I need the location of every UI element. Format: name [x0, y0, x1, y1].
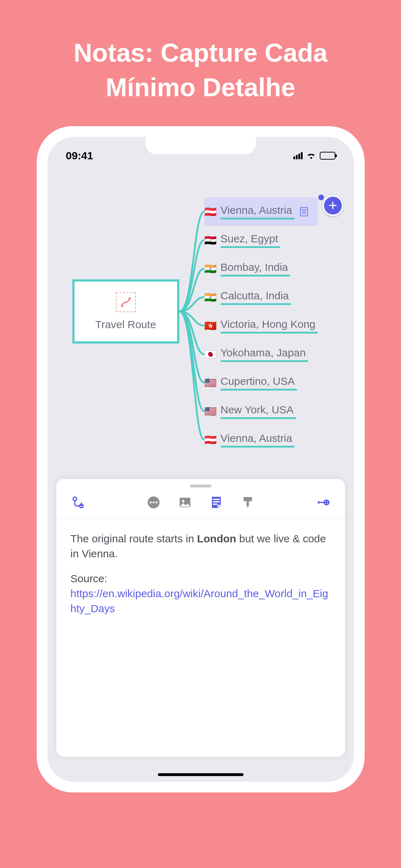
route-icon: [116, 292, 136, 312]
selection-dot-icon: [318, 195, 324, 200]
note-source: Source: https://en.wikipedia.org/wiki/Ar…: [71, 571, 331, 616]
status-time: 09:41: [66, 150, 93, 162]
flag-icon: 🇦🇹: [204, 206, 217, 218]
notes-panel: The original route starts in London but …: [56, 479, 345, 757]
mindmap-canvas[interactable]: Travel Route 🇦🇹Vienna, Austria+🇪🇬Suez, E…: [47, 165, 354, 461]
child-node[interactable]: 🇺🇸New York, USA: [204, 397, 318, 425]
flag-icon: 🇮🇳: [204, 291, 217, 303]
home-indicator[interactable]: [158, 773, 243, 776]
panel-grabber[interactable]: [190, 485, 211, 487]
promo-heading: Notas: Capture Cada Mínimo Detalhe: [0, 0, 401, 126]
svg-point-9: [182, 500, 184, 503]
root-label: Travel Route: [95, 319, 156, 331]
note-content[interactable]: The original route starts in London but …: [56, 518, 345, 639]
image-icon[interactable]: [177, 495, 193, 510]
child-label: Cupertino, USA: [221, 375, 297, 391]
note-source-link[interactable]: https://en.wikipedia.org/wiki/Around_the…: [71, 588, 328, 614]
root-node[interactable]: Travel Route: [72, 279, 179, 343]
child-node[interactable]: 🇦🇹Vienna, Austria+: [204, 197, 318, 226]
flag-icon: 🇭🇰: [204, 320, 217, 332]
svg-point-0: [121, 305, 123, 307]
flag-icon: 🇺🇸: [204, 377, 217, 389]
flag-icon: 🇮🇳: [204, 263, 217, 275]
panel-toolbar: [56, 491, 345, 518]
notch: [145, 137, 256, 154]
child-node[interactable]: 🇭🇰Victoria, Hong Kong: [204, 311, 318, 340]
link-node-icon[interactable]: [315, 495, 331, 510]
child-node[interactable]: 🇦🇹Vienna, Austria: [204, 425, 318, 454]
child-label: Vienna, Austria: [221, 432, 294, 448]
child-node[interactable]: 🇪🇬Suez, Egypt: [204, 226, 318, 254]
svg-point-1: [128, 298, 130, 300]
note-badge-icon: [300, 207, 308, 216]
svg-point-5: [150, 502, 151, 503]
svg-point-10: [318, 501, 320, 504]
phone-screen: 09:41: [47, 137, 354, 782]
style-brush-icon[interactable]: [240, 495, 256, 510]
cellular-signal-icon: [293, 152, 303, 159]
flag-icon: 🇺🇸: [204, 405, 217, 417]
svg-point-7: [155, 502, 157, 503]
note-icon[interactable]: [209, 495, 224, 510]
child-label: New York, USA: [221, 404, 296, 419]
wifi-icon: [306, 150, 316, 162]
child-label: Yokohama, Japan: [221, 347, 308, 362]
child-node[interactable]: 🇯🇵Yokohama, Japan: [204, 340, 318, 368]
phone-frame: 09:41: [37, 126, 365, 792]
more-icon[interactable]: [146, 495, 161, 510]
child-label: Vienna, Austria: [221, 204, 294, 219]
flag-icon: 🇪🇬: [204, 234, 217, 246]
child-node[interactable]: 🇺🇸Cupertino, USA: [204, 368, 318, 397]
note-paragraph: The original route starts in London but …: [71, 531, 331, 561]
child-node[interactable]: 🇮🇳Bombay, India: [204, 254, 318, 283]
svg-point-6: [153, 502, 154, 503]
child-node[interactable]: 🇮🇳Calcutta, India: [204, 283, 318, 311]
child-label: Calcutta, India: [221, 290, 291, 305]
battery-icon: [320, 152, 335, 160]
child-label: Suez, Egypt: [221, 233, 281, 248]
child-label: Bombay, India: [221, 261, 291, 277]
child-label: Victoria, Hong Kong: [221, 318, 318, 334]
flag-icon: 🇯🇵: [204, 348, 217, 360]
flag-icon: 🇦🇹: [204, 434, 217, 446]
add-node-button[interactable]: +: [323, 195, 343, 216]
add-child-icon[interactable]: [71, 495, 86, 510]
